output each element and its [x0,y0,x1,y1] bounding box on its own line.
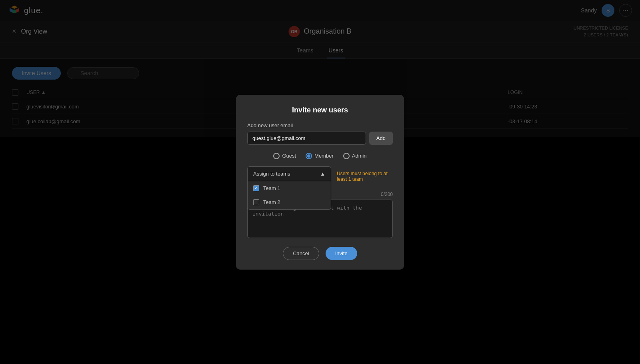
radio-admin[interactable] [343,153,350,159]
role-admin-label: Admin [352,153,367,159]
chevron-up-icon: ▲ [320,171,325,177]
radio-guest[interactable] [273,153,280,159]
team-item-2[interactable]: Team 2 [248,195,331,209]
invite-modal: Invite new users Add new user email Add … [236,95,404,270]
team2-checkbox[interactable] [253,199,259,205]
email-field-label: Add new user email [247,122,393,128]
assign-teams-label: Assign to teams [253,171,290,177]
role-admin[interactable]: Admin [343,153,367,159]
team2-label: Team 2 [263,199,280,205]
modal-title: Invite new users [247,106,393,114]
radio-member[interactable] [306,153,312,159]
team-dropdown-list: ✓ Team 1 Team 2 [247,181,331,210]
role-guest-label: Guest [282,153,296,159]
team-dropdown-wrapper: Assign to teams ▲ ✓ Team 1 Team 2 [247,166,331,181]
modal-overlay: Invite new users Add new user email Add … [0,0,640,364]
add-email-button[interactable]: Add [369,132,393,145]
message-count: 0/200 [381,192,393,197]
assign-teams-dropdown[interactable]: Assign to teams ▲ [247,166,331,181]
role-member-label: Member [314,153,334,159]
role-guest[interactable]: Guest [273,153,296,159]
team1-label: Team 1 [263,185,280,191]
radio-member-fill [307,154,310,158]
cancel-button[interactable]: Cancel [283,247,319,260]
team-error-message: Users must belong to at least 1 team [337,171,393,182]
invite-button[interactable]: Invite [326,247,357,260]
role-member[interactable]: Member [306,153,334,159]
new-user-email-input[interactable] [247,132,366,145]
role-group: Guest Member Admin [247,153,393,159]
modal-footer: Cancel Invite [247,247,393,260]
team-assignment-row: Assign to teams ▲ ✓ Team 1 Team 2 [247,166,393,187]
team-item-1[interactable]: ✓ Team 1 [248,181,331,195]
email-row: Add [247,132,393,145]
checkmark-icon: ✓ [254,186,258,190]
team1-checkbox[interactable]: ✓ [253,185,259,191]
